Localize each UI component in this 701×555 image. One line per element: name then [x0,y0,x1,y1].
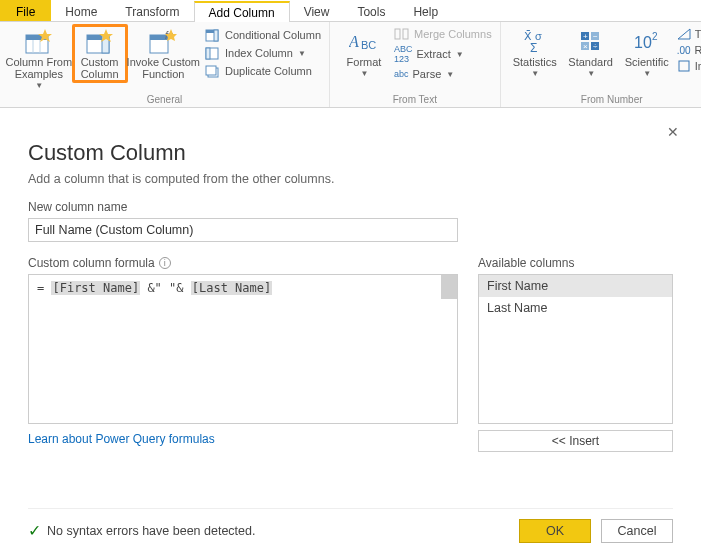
svg-rect-19 [206,66,216,75]
btn-statistics[interactable]: X̄σΣ Statistics ▼ [507,24,563,80]
svg-text:÷: ÷ [593,42,598,51]
close-button[interactable]: ✕ [663,120,683,144]
format-icon: ABC [348,28,380,56]
token-first-name: [First Name] [51,281,140,295]
btn-trigonometry[interactable]: Trig [675,26,701,42]
new-column-name-label: New column name [28,200,673,214]
conditional-column-icon [205,28,221,42]
custom-column-dialog: ✕ Custom Column Add a column that is com… [0,108,701,555]
tab-home[interactable]: Home [51,0,111,21]
learn-link[interactable]: Learn about Power Query formulas [28,432,215,446]
dropdown-caret-icon: ▼ [35,80,43,92]
svg-rect-22 [395,29,400,39]
checkmark-icon: ✓ [28,525,41,537]
dropdown-caret-icon: ▼ [531,68,539,80]
group-from-number: X̄σΣ Statistics ▼ +−×÷ Standard ▼ 102 Sc… [501,22,701,107]
svg-text:BC: BC [361,39,376,51]
svg-text:2: 2 [652,31,658,42]
dropdown-caret-icon: ▼ [446,70,454,79]
group-label-from-text: From Text [336,93,494,107]
dropdown-caret-icon: ▼ [361,68,369,80]
btn-invoke-custom-function[interactable]: fx Invoke Custom Function [128,24,199,80]
formula-label: Custom column formula i [28,256,458,270]
tab-file[interactable]: File [0,0,51,21]
tab-view[interactable]: View [290,0,344,21]
ribbon-tabs: File Home Transform Add Column View Tool… [0,0,701,22]
token-last-name: [Last Name] [191,281,272,295]
info-icon [677,60,691,72]
btn-scientific[interactable]: 102 Scientific ▼ [619,24,675,80]
available-column-item[interactable]: Last Name [479,297,672,319]
group-label-general: General [6,93,323,107]
available-column-item[interactable]: First Name [479,275,672,297]
tab-transform[interactable]: Transform [111,0,193,21]
btn-duplicate-column[interactable]: Duplicate Column [203,62,323,80]
dialog-title: Custom Column [28,140,673,166]
index-column-icon [205,46,221,60]
btn-information[interactable]: Info [675,58,701,74]
btn-extract[interactable]: ABC123 Extract ▼ [392,42,494,66]
merge-columns-icon [394,28,410,40]
trig-icon [677,28,691,40]
scientific-icon: 102 [631,28,663,56]
group-general: Column From Examples ▼ Custom Column fx … [0,22,330,107]
svg-text:+: + [583,32,588,41]
group-label-from-number: From Number [507,93,701,107]
btn-parse[interactable]: abc Parse ▼ [392,66,494,82]
table-add-icon [84,28,116,56]
available-columns-list: First Name Last Name [478,274,673,424]
dropdown-caret-icon: ▼ [587,68,595,80]
svg-text:×: × [583,42,588,51]
btn-column-from-examples[interactable]: Column From Examples ▼ [6,24,72,92]
available-columns-label: Available columns [478,256,673,270]
svg-text:10: 10 [634,34,652,51]
btn-label: Custom Column [81,56,119,80]
ok-button[interactable]: OK [519,519,591,543]
formula-input[interactable]: = [First Name] &" "& [Last Name] [28,274,458,424]
tab-add-column[interactable]: Add Column [194,1,290,22]
new-column-name-input[interactable] [28,218,458,242]
btn-format[interactable]: ABC Format ▼ [336,24,392,80]
group-from-text: ABC Format ▼ Merge Columns ABC123 Extrac… [330,22,501,107]
btn-rounding[interactable]: .00 Rou [675,42,701,58]
btn-conditional-column[interactable]: Conditional Column [203,26,323,44]
btn-custom-column[interactable]: Custom Column [72,24,128,83]
table-star-icon [23,28,55,56]
btn-merge-columns[interactable]: Merge Columns [392,26,494,42]
svg-rect-15 [214,30,218,41]
insert-button[interactable]: << Insert [478,430,673,452]
rounding-icon: .00 [677,45,691,56]
svg-text:Σ: Σ [530,41,537,54]
scrollbar-thumb[interactable] [441,275,457,299]
table-fx-icon: fx [147,28,179,56]
svg-text:−: − [593,32,598,41]
btn-standard[interactable]: +−×÷ Standard ▼ [563,24,619,80]
svg-marker-37 [678,29,690,39]
btn-label: Invoke Custom Function [127,56,200,80]
syntax-status: ✓ No syntax errors have been detected. [28,524,255,538]
dropdown-caret-icon: ▼ [456,50,464,59]
btn-label: Column From Examples [5,56,72,80]
dropdown-caret-icon: ▼ [298,49,306,58]
extract-icon: ABC123 [394,44,413,64]
svg-rect-17 [206,48,210,59]
tab-help[interactable]: Help [399,0,452,21]
duplicate-column-icon [205,64,221,78]
btn-index-column[interactable]: Index Column ▼ [203,44,323,62]
dialog-subtitle: Add a column that is computed from the o… [28,172,673,186]
cancel-button[interactable]: Cancel [601,519,673,543]
svg-rect-38 [679,61,689,71]
info-icon[interactable]: i [159,257,171,269]
dropdown-caret-icon: ▼ [643,68,651,80]
parse-icon: abc [394,69,409,79]
ribbon: Column From Examples ▼ Custom Column fx … [0,22,701,108]
standard-icon: +−×÷ [575,28,607,56]
svg-rect-23 [403,29,408,39]
svg-text:A: A [349,33,359,50]
tab-tools[interactable]: Tools [343,0,399,21]
statistics-icon: X̄σΣ [519,28,551,56]
